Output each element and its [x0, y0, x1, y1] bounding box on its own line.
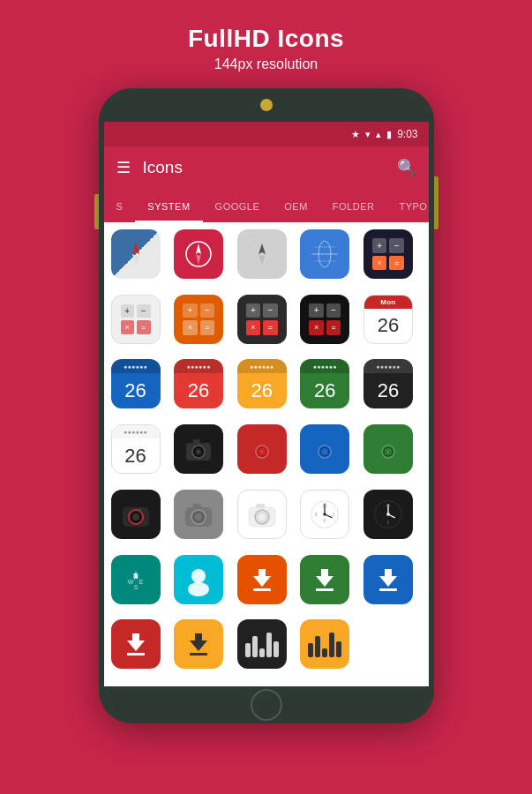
list-item[interactable] — [111, 229, 161, 279]
menu-icon[interactable]: ☰ — [116, 158, 131, 177]
list-item[interactable] — [363, 555, 413, 604]
list-item[interactable] — [174, 490, 223, 539]
svg-rect-43 — [256, 504, 265, 508]
tab-google[interactable]: GOOGLE — [203, 201, 273, 222]
phone-mockup: ★ ▾ ▴ ▮ 9:03 ☰ Icons 🔍 S SYSTEM GOOGLE O… — [99, 88, 434, 723]
tab-typo[interactable]: TYPO — [386, 201, 428, 222]
list-item[interactable] — [363, 424, 413, 474]
svg-text:W: W — [127, 579, 133, 585]
header-section: FullHD Icons 144px resolution — [188, 25, 344, 72]
app-title: Icons — [143, 158, 385, 177]
svg-text:12: 12 — [323, 505, 328, 509]
battery-icon: ▮ — [386, 129, 392, 140]
svg-rect-73 — [127, 653, 145, 655]
list-item[interactable]: ●●●●●● 26 — [111, 359, 161, 408]
status-bar: ★ ▾ ▴ ▮ 9:03 — [104, 122, 429, 146]
list-item[interactable] — [174, 229, 223, 279]
list-item[interactable] — [237, 229, 287, 279]
list-item[interactable]: ●●●●●● 26 — [363, 359, 413, 408]
calendar-date: 26 — [364, 309, 412, 343]
svg-rect-75 — [190, 653, 207, 655]
list-item[interactable]: + − × = — [174, 295, 223, 344]
list-item[interactable]: + − × = — [111, 295, 161, 344]
tab-system[interactable]: SYSTEM — [135, 201, 202, 222]
list-item[interactable]: Mon 26 — [363, 295, 413, 344]
phone-screen: ★ ▾ ▴ ▮ 9:03 ☰ Icons 🔍 S SYSTEM GOOGLE O… — [104, 122, 429, 686]
list-item[interactable] — [300, 619, 349, 669]
tab-s[interactable]: S — [104, 201, 136, 222]
svg-rect-21 — [257, 439, 264, 444]
power-button — [434, 176, 438, 229]
svg-point-64 — [191, 569, 206, 583]
list-item[interactable] — [111, 619, 161, 669]
svg-marker-70 — [379, 569, 397, 587]
list-item[interactable]: ●●●●●● 26 — [300, 359, 349, 408]
svg-marker-6 — [259, 254, 266, 265]
svg-point-30 — [386, 450, 390, 453]
calendar-day-label: Mon — [364, 296, 412, 309]
phone-top-bar — [99, 88, 434, 122]
svg-point-20 — [260, 450, 264, 453]
svg-marker-5 — [259, 243, 266, 254]
volume-button — [94, 194, 99, 229]
svg-point-42 — [259, 513, 266, 521]
tab-folder[interactable]: FOLDER — [320, 201, 387, 222]
tabs-bar: S SYSTEM GOOGLE OEM FOLDER TYPO — [104, 189, 429, 222]
wifi-icon: ▾ — [365, 129, 371, 140]
svg-rect-69 — [316, 588, 333, 591]
status-time: 9:03 — [397, 128, 417, 140]
svg-rect-16 — [193, 439, 200, 444]
search-icon[interactable]: 🔍 — [397, 158, 416, 177]
list-item[interactable]: + − × = — [363, 229, 413, 279]
svg-rect-67 — [253, 588, 271, 591]
signal-icon: ▴ — [376, 129, 381, 140]
page-subtitle: 144px resolution — [188, 56, 344, 72]
svg-point-34 — [132, 513, 139, 521]
svg-point-35 — [138, 508, 141, 512]
svg-point-25 — [323, 450, 326, 453]
list-item[interactable] — [300, 229, 349, 279]
svg-point-15 — [197, 450, 200, 453]
list-item[interactable] — [237, 619, 287, 669]
svg-text:E: E — [139, 579, 143, 585]
svg-marker-68 — [316, 569, 333, 587]
tab-oem[interactable]: OEM — [272, 201, 320, 222]
svg-point-65 — [188, 582, 209, 596]
list-item[interactable]: + − × = — [300, 295, 349, 344]
list-item[interactable] — [300, 424, 349, 474]
svg-rect-31 — [383, 439, 390, 444]
phone-camera — [260, 99, 273, 111]
list-item[interactable]: N W E S — [111, 555, 161, 604]
svg-text:12: 12 — [386, 504, 391, 508]
svg-rect-39 — [192, 504, 201, 508]
home-button[interactable] — [251, 689, 282, 721]
list-item[interactable] — [174, 555, 223, 604]
app-bar: ☰ Icons 🔍 — [104, 146, 429, 189]
page-title: FullHD Icons — [188, 25, 344, 53]
list-item[interactable]: 12 6 — [363, 490, 413, 539]
svg-marker-72 — [127, 633, 145, 651]
svg-point-47 — [323, 513, 326, 516]
list-item[interactable] — [174, 619, 223, 669]
svg-text:S: S — [133, 584, 138, 590]
svg-point-38 — [195, 513, 202, 521]
svg-rect-71 — [379, 588, 397, 591]
list-item[interactable] — [237, 424, 287, 474]
list-item[interactable] — [174, 424, 223, 474]
svg-rect-26 — [319, 439, 326, 444]
svg-marker-74 — [190, 633, 207, 651]
svg-marker-0 — [132, 242, 139, 254]
list-item[interactable] — [111, 490, 161, 539]
phone-body: ★ ▾ ▴ ▮ 9:03 ☰ Icons 🔍 S SYSTEM GOOGLE O… — [99, 88, 434, 723]
list-item[interactable]: ●●●●●● 26 — [237, 359, 287, 408]
list-item[interactable]: ●●●●●● 26 — [111, 424, 161, 474]
list-item[interactable]: + − × = — [237, 295, 287, 344]
list-item[interactable] — [237, 490, 287, 539]
list-item[interactable] — [300, 555, 349, 604]
list-item[interactable]: 12 6 9 3 — [300, 490, 349, 539]
svg-marker-4 — [196, 254, 201, 265]
phone-bottom-bar — [99, 686, 434, 723]
list-item[interactable]: ●●●●●● 26 — [174, 359, 223, 408]
svg-marker-66 — [253, 569, 271, 587]
list-item[interactable] — [237, 555, 287, 604]
